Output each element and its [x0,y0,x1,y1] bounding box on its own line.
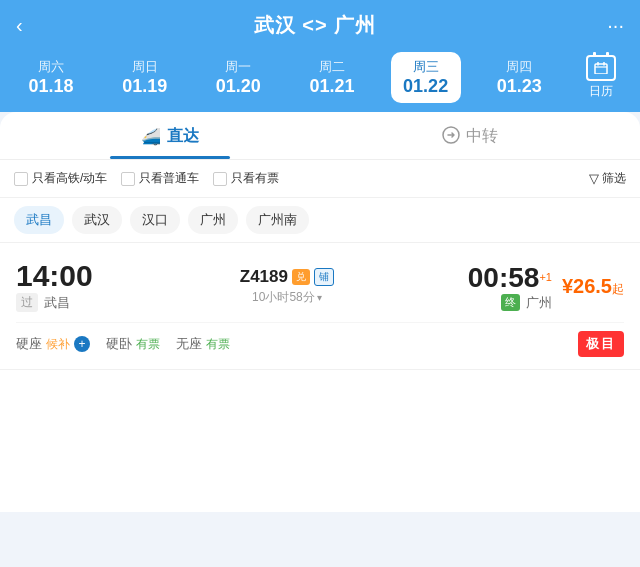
checkbox-normal [121,172,135,186]
date-item-sun[interactable]: 周日 01.19 [110,52,180,103]
station-tab-wuchang[interactable]: 武昌 [14,206,64,234]
depart-station-name: 武昌 [44,294,70,312]
calendar-icon [586,55,616,81]
train-middle: Z4189 兑 铺 10小时58分 ▾ [116,267,458,306]
arrive-time-row: 00:58+1 [468,262,552,294]
arrive-time: 00:58 [468,262,540,293]
filter-normal-label: 只看普通车 [139,170,199,187]
tab-direct[interactable]: 🚄 直达 [20,112,320,159]
filter-btn-label: 筛选 [602,170,626,187]
station-tab-guangzhounan[interactable]: 广州南 [246,206,309,234]
date-item-sat[interactable]: 周六 01.18 [16,52,86,103]
header-top: ‹ 武汉 <> 广州 ··· [16,12,624,39]
tab-transfer-label: 中转 [466,126,498,147]
berth-badge: 铺 [314,268,334,286]
filter-funnel-icon: ▽ [589,171,599,186]
filter-normal[interactable]: 只看普通车 [121,170,199,187]
filter-ticket[interactable]: 只看有票 [213,170,279,187]
main-content: 🚄 直达 中转 只看高铁/动车 只看普通车 只看有票 ▽ [0,112,640,512]
seat-noseat: 无座 有票 [176,335,230,353]
arrive-station-row: 终 广州 [501,294,552,312]
depart-block: 14:00 过 武昌 [16,259,106,314]
date-item-thu[interactable]: 周四 01.23 [484,52,554,103]
price-block: ¥26.5起 [562,275,624,298]
seat-hard-label: 硬座 [16,335,42,353]
transfer-icon [442,126,460,147]
depart-time: 14:00 [16,259,106,293]
filter-row: 只看高铁/动车 只看普通车 只看有票 ▽ 筛选 [0,160,640,198]
brand-badge: 极目 [578,331,624,357]
depart-via-badge: 过 [16,293,38,312]
calendar-label: 日历 [589,83,613,100]
direct-train-icon: 🚄 [141,127,161,146]
filter-sort-button[interactable]: ▽ 筛选 [589,170,626,187]
ticket-price: ¥26.5 [562,275,612,297]
checkbox-ticket [213,172,227,186]
arrive-block: 00:58+1 终 广州 [468,262,552,312]
seat-hard-status: 候补 [46,336,70,353]
train-number-row: Z4189 兑 铺 [240,267,334,287]
train-main-row: 14:00 过 武昌 Z4189 兑 铺 10小时58分 ▾ [16,259,624,314]
train-card[interactable]: 14:00 过 武昌 Z4189 兑 铺 10小时58分 ▾ [0,243,640,370]
station-tab-wuhan[interactable]: 武汉 [72,206,122,234]
svg-rect-0 [595,64,607,74]
tab-direct-label: 直达 [167,126,199,147]
seat-sleeper: 硬卧 有票 [106,335,160,353]
filter-ticket-label: 只看有票 [231,170,279,187]
depart-station-row: 过 武昌 [16,293,106,312]
arrive-station-name: 广州 [526,294,552,312]
arrive-marker-badge: 终 [501,294,520,311]
exchange-badge: 兑 [292,269,310,285]
more-button[interactable]: ··· [607,14,624,37]
duration-arrow-icon: ▾ [317,292,322,303]
date-selector: 周六 01.18 周日 01.19 周一 01.20 周二 01.21 周三 0… [16,51,624,112]
duration-row: 10小时58分 ▾ [252,289,322,306]
date-item-mon[interactable]: 周一 01.20 [203,52,273,103]
date-item-tue[interactable]: 周二 01.21 [297,52,367,103]
seat-hard: 硬座 候补 + [16,335,90,353]
date-item-wed[interactable]: 周三 01.22 [391,52,461,103]
filter-highspeed[interactable]: 只看高铁/动车 [14,170,107,187]
tab-transfer[interactable]: 中转 [320,112,620,159]
back-button[interactable]: ‹ [16,14,23,37]
seat-sleeper-label: 硬卧 [106,335,132,353]
next-day-badge: +1 [539,270,552,282]
filter-highspeed-label: 只看高铁/动车 [32,170,107,187]
tab-bar: 🚄 直达 中转 [0,112,640,160]
calendar-button[interactable]: 日历 [578,51,624,104]
price-suffix: 起 [612,282,624,296]
seat-hard-add-button[interactable]: + [74,336,90,352]
seat-row: 硬座 候补 + 硬卧 有票 无座 有票 极目 [16,322,624,357]
station-tab-hankou[interactable]: 汉口 [130,206,180,234]
checkbox-highspeed [14,172,28,186]
train-number: Z4189 [240,267,288,287]
header: ‹ 武汉 <> 广州 ··· 周六 01.18 周日 01.19 周一 01.2… [0,0,640,112]
duration-text: 10小时58分 [252,289,315,306]
station-tab-guangzhou[interactable]: 广州 [188,206,238,234]
seat-noseat-status: 有票 [206,336,230,353]
seat-noseat-label: 无座 [176,335,202,353]
page-title: 武汉 <> 广州 [254,12,376,39]
seat-sleeper-status: 有票 [136,336,160,353]
station-tabs: 武昌 武汉 汉口 广州 广州南 [0,198,640,243]
